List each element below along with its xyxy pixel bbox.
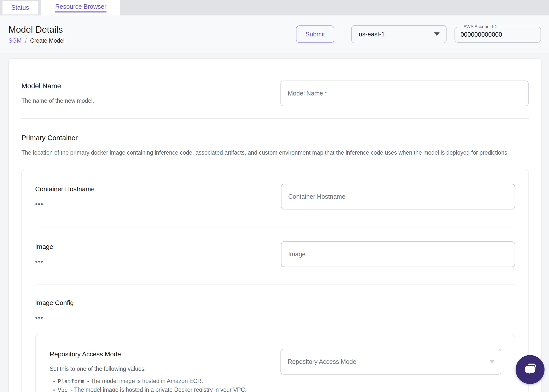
ellipsis-icon[interactable]: ••• [35, 202, 43, 205]
submit-button[interactable]: Submit [296, 25, 334, 43]
aws-account-id-label: AWS Account ID [461, 24, 498, 29]
repository-access-mode-select[interactable]: Repository Access Mode [280, 349, 501, 375]
primary-container-group: Container Hostname ••• Container Hostnam… [21, 169, 529, 392]
container-hostname-row: Container Hostname ••• Container Hostnam… [35, 184, 515, 209]
breadcrumb-current: Create Model [30, 37, 65, 44]
tab-resource-browser-label: Resource Browser [55, 3, 106, 12]
model-name-row: Model Name The name of the new model. Mo… [21, 81, 529, 106]
model-name-label-col: Model Name The name of the new model. [21, 81, 94, 105]
aws-account-id-value: 000000000000 [460, 31, 541, 38]
field-divider [35, 227, 515, 227]
container-hostname-input[interactable]: Container Hostname [281, 184, 515, 209]
repository-access-mode-description: Set this to one of the following values: [50, 364, 247, 374]
image-config-group: Repository Access Mode Set this to one o… [35, 334, 515, 392]
main-content: Model Name The name of the new model. Mo… [0, 53, 549, 392]
option-platform: Platform - The model image is hosted in … [53, 377, 247, 386]
aws-account-id-field[interactable]: AWS Account ID 000000000000 [455, 24, 541, 43]
repository-access-mode-row: Repository Access Mode Set this to one o… [50, 349, 501, 392]
image-label-col: Image ••• [35, 241, 53, 265]
tab-status-label: Status [11, 4, 29, 11]
tab-resource-browser[interactable]: Resource Browser [41, 0, 120, 15]
region-dropdown-value: us-east-1 [359, 31, 385, 38]
chevron-down-icon [490, 360, 494, 363]
option-vpc-text: - The model image is hosted in a private… [71, 386, 247, 392]
required-asterisk: * [325, 91, 327, 96]
tab-bar: Status Resource Browser [0, 0, 549, 15]
model-details-card: Model Name The name of the new model. Mo… [8, 58, 542, 392]
repository-access-mode-heading: Repository Access Mode [50, 350, 247, 358]
option-platform-text: - The model image is hosted in Amazon EC… [87, 377, 203, 385]
repository-access-mode-placeholder: Repository Access Mode [288, 358, 356, 365]
ellipsis-icon[interactable]: ••• [35, 316, 43, 319]
region-dropdown[interactable]: us-east-1 [351, 25, 447, 43]
container-hostname-heading: Container Hostname [35, 185, 94, 193]
model-name-placeholder: Model Name [288, 90, 323, 97]
option-vpc-code: Vpc [58, 386, 68, 392]
model-name-description: The name of the new model. [21, 96, 94, 105]
breadcrumb-root-link[interactable]: SGM [8, 37, 21, 44]
title-block: Model Details SGM / Create Model [8, 24, 65, 44]
model-name-input[interactable]: Model Name * [280, 81, 529, 106]
image-heading: Image [35, 243, 53, 251]
header-divider [342, 26, 342, 42]
image-config-heading: Image Config [35, 299, 515, 307]
primary-container-description: The location of the primary docker image… [21, 148, 529, 157]
ellipsis-icon[interactable]: ••• [35, 260, 43, 263]
section-divider [21, 118, 529, 119]
page-header: Model Details SGM / Create Model Submit … [0, 15, 549, 53]
field-divider [35, 285, 515, 285]
image-config-section: Image Config ••• Repository Access Mode … [35, 299, 515, 392]
repository-access-mode-label-col: Repository Access Mode Set this to one o… [50, 349, 247, 392]
chat-bubble-icon [522, 362, 538, 377]
primary-container-heading: Primary Container [21, 134, 529, 142]
image-placeholder: Image [288, 251, 305, 258]
breadcrumb: SGM / Create Model [8, 37, 65, 44]
container-hostname-label-col: Container Hostname ••• [35, 184, 94, 207]
image-input[interactable]: Image [281, 241, 515, 267]
repository-access-mode-options: Platform - The model image is hosted in … [53, 377, 247, 392]
model-name-heading: Model Name [21, 82, 94, 90]
image-row: Image ••• Image [35, 241, 515, 267]
chat-widget-button[interactable] [516, 355, 545, 384]
breadcrumb-separator: / [25, 37, 26, 44]
header-controls: Submit us-east-1 AWS Account ID 00000000… [296, 25, 541, 43]
chevron-down-icon [434, 32, 440, 36]
option-vpc: Vpc - The model image is hosted in a pri… [53, 386, 247, 392]
container-hostname-placeholder: Container Hostname [288, 193, 345, 200]
tab-status[interactable]: Status [2, 1, 38, 14]
option-platform-code: Platform [58, 378, 84, 386]
page-title: Model Details [8, 24, 65, 35]
